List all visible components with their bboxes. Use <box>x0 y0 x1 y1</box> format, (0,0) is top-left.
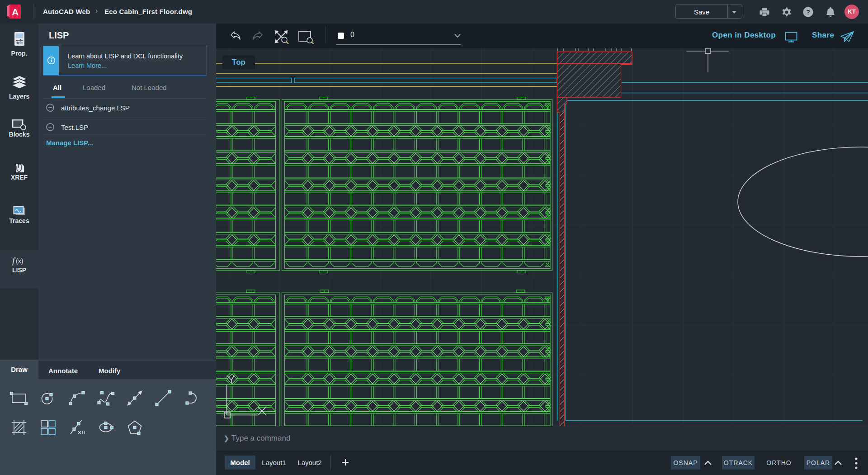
svg-text:f: f <box>12 256 16 266</box>
svg-text:A: A <box>12 7 19 17</box>
svg-text:n: n <box>82 428 85 435</box>
svg-text:?: ? <box>806 8 810 16</box>
svg-text:(x): (x) <box>16 257 23 265</box>
